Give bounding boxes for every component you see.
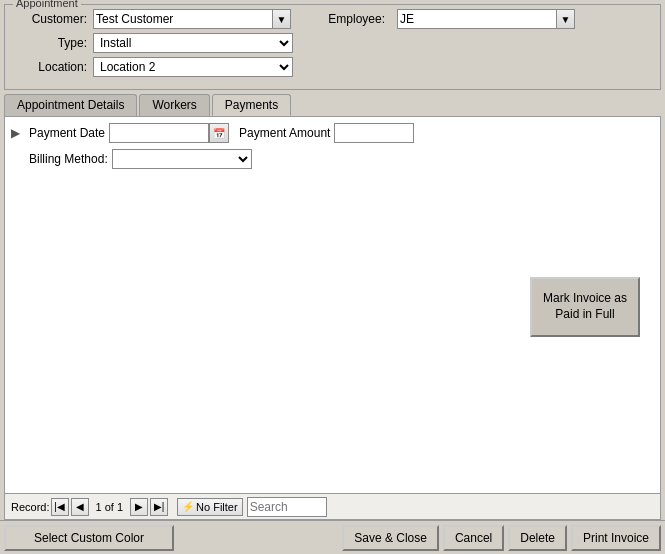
cancel-button[interactable]: Cancel — [443, 525, 504, 551]
tabs-header: Appointment Details Workers Payments — [4, 94, 661, 116]
tabs-container: Appointment Details Workers Payments — [4, 94, 661, 116]
payment-date-amount-row: ▶ Payment Date 📅 Payment Amount — [11, 123, 654, 143]
employee-input[interactable] — [397, 9, 557, 29]
location-label: Location: — [13, 60, 93, 74]
record-nav-bar: Record: |◀ ◀ 1 of 1 ▶ ▶| ⚡ No Filter — [5, 493, 660, 519]
type-select[interactable]: Install — [93, 33, 293, 53]
payments-panel: ▶ Payment Date 📅 Payment Amount Billing … — [5, 117, 660, 493]
row-indicator: ▶ — [11, 126, 25, 140]
delete-button[interactable]: Delete — [508, 525, 567, 551]
no-filter-btn[interactable]: ⚡ No Filter — [177, 498, 243, 516]
mark-invoice-button[interactable]: Mark Invoice as Paid in Full — [530, 277, 640, 337]
appointment-group-label: Appointment — [13, 0, 81, 9]
main-container: Appointment Customer: ▼ Employee: ▼ Type… — [0, 0, 665, 554]
payment-date-label: Payment Date — [29, 126, 105, 140]
appointment-group: Appointment Customer: ▼ Employee: ▼ Type… — [4, 4, 661, 90]
customer-label: Customer: — [13, 12, 93, 26]
record-label: Record: — [11, 501, 50, 513]
billing-method-row: Billing Method: — [29, 149, 654, 169]
employee-label: Employee: — [311, 12, 391, 26]
customer-dropdown-btn[interactable]: ▼ — [273, 9, 291, 29]
billing-method-select[interactable] — [112, 149, 252, 169]
payments-content: ▶ Payment Date 📅 Payment Amount Billing … — [5, 117, 660, 175]
filter-icon: ⚡ — [182, 501, 194, 512]
tab-workers[interactable]: Workers — [139, 94, 209, 116]
customer-employee-row: Customer: ▼ Employee: ▼ — [13, 9, 652, 29]
customer-control-wrapper: ▼ Employee: ▼ — [93, 9, 652, 29]
location-select[interactable]: Location 2 — [93, 57, 293, 77]
type-control-wrapper: Install — [93, 33, 652, 53]
customer-input[interactable] — [93, 9, 273, 29]
billing-method-label: Billing Method: — [29, 152, 108, 166]
employee-dropdown-btn[interactable]: ▼ — [557, 9, 575, 29]
print-invoice-button[interactable]: Print Invoice — [571, 525, 661, 551]
select-custom-color-button[interactable]: Select Custom Color — [4, 525, 174, 551]
payment-amount-label: Payment Amount — [239, 126, 330, 140]
nav-first-btn[interactable]: |◀ — [51, 498, 69, 516]
location-control-wrapper: Location 2 — [93, 57, 652, 77]
nav-prev-btn[interactable]: ◀ — [71, 498, 89, 516]
tab-appointment-details[interactable]: Appointment Details — [4, 94, 137, 116]
nav-next-btn[interactable]: ▶ — [130, 498, 148, 516]
search-input[interactable] — [247, 497, 327, 517]
type-row: Type: Install — [13, 33, 652, 53]
filter-section: ⚡ No Filter — [177, 497, 327, 517]
bottom-bar: Select Custom Color Save & Close Cancel … — [0, 520, 665, 554]
record-count: 1 of 1 — [96, 501, 124, 513]
payment-amount-input[interactable] — [334, 123, 414, 143]
type-label: Type: — [13, 36, 93, 50]
tab-payments[interactable]: Payments — [212, 94, 291, 116]
tab-content-area: ▶ Payment Date 📅 Payment Amount Billing … — [4, 116, 661, 520]
location-row: Location: Location 2 — [13, 57, 652, 77]
no-filter-label: No Filter — [196, 501, 238, 513]
calendar-btn[interactable]: 📅 — [209, 123, 229, 143]
save-close-button[interactable]: Save & Close — [342, 525, 439, 551]
payment-date-input[interactable] — [109, 123, 209, 143]
nav-last-btn[interactable]: ▶| — [150, 498, 168, 516]
